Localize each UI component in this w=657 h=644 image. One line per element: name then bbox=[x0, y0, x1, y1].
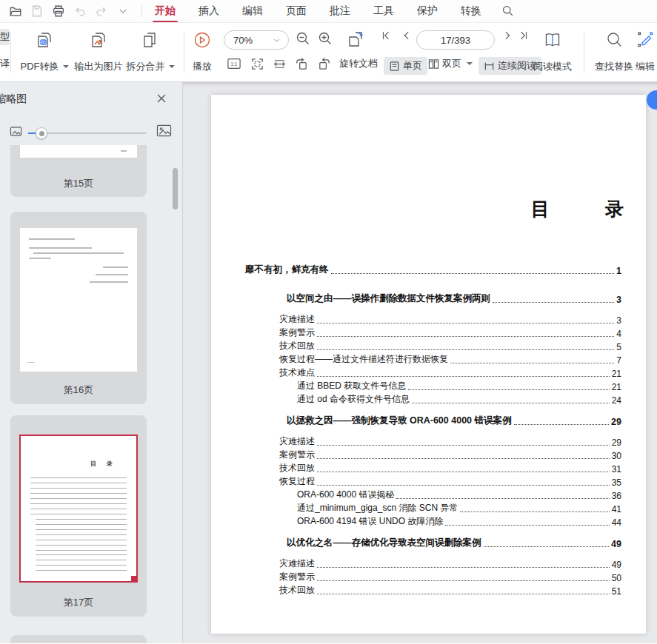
play-icon bbox=[193, 30, 212, 50]
actual-size-icon[interactable]: 1:1 bbox=[227, 57, 241, 70]
toc-leader-dots bbox=[317, 323, 614, 323]
close-icon[interactable] bbox=[156, 93, 169, 106]
small-image-icon[interactable] bbox=[10, 126, 22, 140]
double-page-icon bbox=[428, 58, 439, 70]
save-icon[interactable] bbox=[30, 4, 44, 18]
fit-page-icon[interactable] bbox=[250, 57, 264, 71]
split-merge-button[interactable]: 拆分合并 bbox=[126, 27, 175, 78]
export-image-label: 输出为图片 bbox=[75, 60, 123, 73]
toc-entry-title: 以空间之由——误操作删除数据文件恢复案例两则 bbox=[266, 292, 490, 305]
floating-tool-button[interactable] bbox=[647, 90, 657, 110]
rotate-right-icon[interactable] bbox=[317, 57, 331, 71]
single-page-label: 单页 bbox=[403, 59, 422, 73]
toc-entry[interactable]: 技术难点 21 bbox=[245, 366, 621, 379]
toc-entry[interactable]: 靡不有初，鲜克有终 1 bbox=[245, 263, 621, 276]
toc-entry[interactable]: 案例警示 4 bbox=[245, 326, 621, 339]
page-number-input[interactable] bbox=[416, 30, 495, 50]
toc-entry[interactable]: 恢复过程 35 bbox=[245, 474, 621, 488]
large-image-icon[interactable] bbox=[156, 124, 172, 141]
clipped-button-bottom[interactable]: 译 bbox=[0, 57, 10, 70]
toolbar: 型 译 W PDF转换 输出为图片 拆分合并 播放 70% bbox=[0, 22, 657, 82]
next-page-icon[interactable] bbox=[502, 30, 513, 41]
play-button[interactable]: 播放 bbox=[187, 27, 218, 78]
toc-entry-title: 恢复过程——通过文件描述符进行数据恢复 bbox=[279, 353, 448, 366]
single-page-icon bbox=[389, 61, 400, 72]
last-page-icon[interactable] bbox=[518, 30, 529, 41]
fit-width-icon[interactable] bbox=[273, 57, 287, 71]
toc-leader-dots bbox=[331, 273, 615, 274]
zoom-in-icon[interactable] bbox=[317, 30, 333, 47]
toc-entry-page: 49 bbox=[611, 539, 621, 549]
ribbon-tab[interactable]: 工具 bbox=[371, 1, 396, 21]
double-page-button[interactable]: 双页 bbox=[428, 57, 473, 70]
ribbon-tab[interactable]: 批注 bbox=[327, 1, 353, 21]
edit-text-button[interactable]: 编辑 bbox=[624, 27, 657, 78]
thumbnail-page-17[interactable]: 目录 第17页 bbox=[10, 415, 147, 617]
toc-entry[interactable]: 技术回放 31 bbox=[245, 461, 621, 474]
pdf-page: 目 录 靡不有初，鲜克有终 1 以空间之由——误操作删除数据文件恢复案例两则 bbox=[211, 95, 646, 634]
print-icon[interactable] bbox=[52, 4, 65, 18]
toc-entry[interactable]: 技术回放 51 bbox=[245, 583, 621, 597]
toc-entry-page: 29 bbox=[612, 437, 621, 448]
thumbnail-size-slider[interactable] bbox=[28, 133, 147, 134]
toc-entry[interactable]: 通过 od 命令获得文件号信息 24 bbox=[245, 392, 621, 406]
search-icon[interactable] bbox=[501, 4, 515, 18]
single-page-button[interactable]: 单页 bbox=[384, 57, 427, 75]
toc-entry-page: 49 bbox=[612, 560, 621, 570]
toolbar-separator bbox=[184, 32, 184, 73]
thumbnail-page-15[interactable]: 第15页 bbox=[10, 145, 147, 197]
thumbnail-zoom-row bbox=[0, 124, 182, 143]
read-mode-button[interactable]: 阅读模式 bbox=[529, 27, 576, 78]
document-area: 目 录 靡不有初，鲜克有终 1 以空间之由——误操作删除数据文件恢复案例两则 bbox=[183, 82, 657, 643]
rotate-pages-icon[interactable] bbox=[347, 30, 366, 48]
ribbon-tab[interactable]: 页面 bbox=[284, 1, 309, 21]
toc-entry[interactable]: 通过 BBED 获取文件号信息 21 bbox=[245, 379, 621, 392]
toc-entry[interactable]: 案例警示 30 bbox=[245, 448, 621, 461]
ribbon-tabs: 开始 插入 编辑 页面 批注 工具 保护 转换 bbox=[153, 1, 484, 21]
toc-entry[interactable]: 以优化之名——存储优化导致表空间误删除案例 49 bbox=[245, 536, 621, 549]
ribbon-tab[interactable]: 开始 bbox=[153, 1, 178, 21]
open-file-icon[interactable] bbox=[9, 4, 22, 18]
toc-entry[interactable]: 以空间之由——误操作删除数据文件恢复案例两则 3 bbox=[245, 292, 621, 305]
ribbon-tab[interactable]: 编辑 bbox=[240, 1, 265, 21]
sidebar-scrollbar[interactable] bbox=[173, 168, 178, 209]
toc-leader-dots bbox=[450, 363, 614, 363]
export-image-button[interactable]: 输出为图片 bbox=[73, 27, 124, 78]
rotate-left-icon[interactable] bbox=[295, 57, 309, 71]
toc-entry[interactable]: 灾难描述 49 bbox=[245, 557, 621, 570]
thumbnail-page-18[interactable] bbox=[10, 635, 147, 643]
slider-handle[interactable] bbox=[36, 127, 47, 139]
prev-page-icon[interactable] bbox=[401, 30, 412, 41]
ribbon-tab[interactable]: 转换 bbox=[458, 1, 484, 21]
toc-entry[interactable]: 灾难描述 3 bbox=[245, 312, 621, 326]
ribbon-tab[interactable]: 插入 bbox=[196, 1, 221, 21]
toc-entry[interactable]: 灾难描述 29 bbox=[245, 435, 621, 448]
toc-entry-page: 3 bbox=[616, 295, 621, 305]
toc-entry-page: 5 bbox=[616, 342, 621, 352]
toc-entry[interactable]: ORA-600 4194 错误 UNDO 故障消除 44 bbox=[245, 514, 621, 528]
redo-icon[interactable] bbox=[95, 4, 108, 18]
thumbnail-sidebar: 缩略图 第15页 bbox=[0, 82, 183, 643]
chevron-down-icon[interactable] bbox=[116, 4, 130, 18]
first-page-icon[interactable] bbox=[381, 30, 391, 41]
toc-entry[interactable]: ORA-600 4000 错误揭秘 36 bbox=[245, 488, 621, 501]
toc-entry[interactable]: 通过_minimum_giga_scn 消除 SCN 异常 41 bbox=[245, 501, 621, 514]
clipped-button-top[interactable]: 型 bbox=[0, 29, 10, 45]
toc-entry-page: 21 bbox=[612, 382, 621, 392]
undo-icon[interactable] bbox=[73, 4, 87, 18]
zoom-out-icon[interactable] bbox=[295, 30, 311, 47]
toc-leader-dots bbox=[317, 349, 614, 350]
zoom-level-select[interactable]: 70% bbox=[224, 30, 289, 50]
toc-entry-page: 44 bbox=[612, 517, 621, 528]
ribbon-tab[interactable]: 保护 bbox=[415, 1, 440, 21]
thumbnail-label: 第16页 bbox=[10, 383, 147, 397]
toc-entry[interactable]: 以拯救之因——强制恢复导致 ORA-600 4000 错误案例 29 bbox=[245, 414, 621, 427]
toc-entry[interactable]: 恢复过程——通过文件描述符进行数据恢复 7 bbox=[245, 352, 621, 366]
toc-leader-dots bbox=[412, 403, 610, 403]
pdf-convert-button[interactable]: W PDF转换 bbox=[16, 27, 73, 78]
toc-entry[interactable]: 技术回放 5 bbox=[245, 339, 621, 352]
selection-handle bbox=[131, 576, 137, 582]
toc-entry[interactable]: 案例警示 50 bbox=[245, 570, 621, 583]
rotate-doc-label[interactable]: 旋转文档 bbox=[339, 57, 378, 70]
thumbnail-page-16[interactable]: 第16页 bbox=[10, 212, 147, 404]
